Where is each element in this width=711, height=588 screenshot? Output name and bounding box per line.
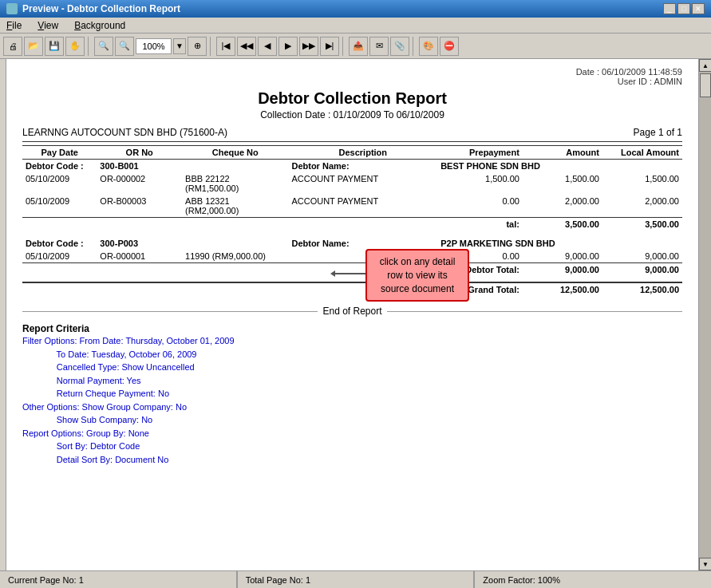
col-localamt: Local Amount bbox=[602, 146, 682, 160]
empty-grand bbox=[22, 282, 288, 296]
report-user: User ID : ADMIN bbox=[576, 77, 682, 86]
amount-1: 1,500.00 bbox=[523, 172, 602, 195]
menu-bar: File View Background bbox=[0, 18, 711, 34]
zoom-fit-button[interactable]: ⊕ bbox=[188, 37, 207, 56]
prev-button[interactable]: ◀ bbox=[258, 37, 277, 56]
total-label-1: tal: bbox=[437, 218, 523, 231]
chequeno-3: 11990 (RM9,000.00) bbox=[182, 250, 288, 263]
debtor-header-row-2: Debtor Code : 300-P003 Debtor Name: P2P … bbox=[22, 237, 682, 250]
prepay-2: 0.00 bbox=[437, 195, 523, 218]
debtor-name-value-2: P2P MARKETING SDN BHD bbox=[437, 237, 682, 250]
background-menu[interactable]: Background bbox=[71, 20, 128, 31]
zoom-factor-label: Zoom Factor: 100% bbox=[483, 575, 560, 585]
criteria-other: Other Options: Show Group Company: No Sh… bbox=[22, 401, 682, 427]
scroll-thumb[interactable] bbox=[700, 73, 711, 97]
debtor-code-label-1: Debtor Code : bbox=[22, 160, 97, 173]
chequeno-2: ABB 12321(RM2,000.00) bbox=[182, 195, 288, 218]
callout-tooltip: click on any detail row to view its sour… bbox=[365, 249, 469, 302]
status-bar: Current Page No: 1 Total Page No: 1 Zoom… bbox=[0, 570, 711, 588]
export-button[interactable]: 📤 bbox=[349, 37, 368, 56]
zoom-section: Zoom Factor: 100% bbox=[475, 571, 711, 588]
report-header-info: Date : 06/10/2009 11:48:59 User ID : ADM… bbox=[576, 67, 682, 86]
orno-3: OR-000001 bbox=[97, 250, 182, 263]
desc-2: ACCOUNT PAYMENT bbox=[288, 195, 437, 218]
grand-total-row: Grand Total: 12,500.00 12,500.00 bbox=[22, 282, 682, 296]
zoom-input[interactable] bbox=[136, 38, 172, 54]
prepay-1: 1,500.00 bbox=[437, 172, 523, 195]
view-menu[interactable]: View bbox=[34, 20, 61, 31]
total-localamt-1: 3,500.00 bbox=[602, 218, 682, 231]
table-row-3[interactable]: 05/10/2009 OR-000001 11990 (RM9,000.00) … bbox=[22, 250, 682, 263]
zoom-box: ▼ bbox=[136, 38, 186, 54]
file-menu[interactable]: File bbox=[3, 20, 25, 31]
palette-button[interactable]: 🎨 bbox=[419, 37, 438, 56]
attach-button[interactable]: 📎 bbox=[390, 37, 409, 56]
hand-button[interactable]: ✋ bbox=[65, 37, 85, 56]
stop-button[interactable]: ⛔ bbox=[440, 37, 459, 56]
empty-total-1 bbox=[22, 218, 437, 231]
col-amount: Amount bbox=[523, 146, 602, 160]
debtor-header-row-1: Debtor Code : 300-B001 Debtor Name: BEST… bbox=[22, 160, 682, 173]
spacer-row-2 bbox=[22, 276, 682, 282]
total-amount-1: 3,500.00 bbox=[523, 218, 602, 231]
report-subtitle: Collection Date : 01/10/2009 To 06/10/20… bbox=[22, 109, 682, 120]
grand-total-amount: 12,500.00 bbox=[523, 282, 602, 296]
table-row-1[interactable]: 05/10/2009 OR-000002 BBB 22122(RM1,500.0… bbox=[22, 172, 682, 195]
next-page-button[interactable]: ▶▶ bbox=[299, 37, 318, 56]
amount-2: 2,000.00 bbox=[523, 195, 602, 218]
minimize-button[interactable]: _ bbox=[663, 3, 676, 14]
localamt-1: 1,500.00 bbox=[602, 172, 682, 195]
first-page-button[interactable]: |◀ bbox=[216, 37, 235, 56]
col-orno: OR No bbox=[97, 146, 182, 160]
total-amount-2: 9,000.00 bbox=[523, 263, 602, 277]
grand-total-localamt: 12,500.00 bbox=[602, 282, 682, 296]
print-button[interactable]: 🖨 bbox=[3, 37, 22, 56]
total-page-section: Total Page No: 1 bbox=[238, 571, 476, 588]
email-button[interactable]: ✉ bbox=[369, 37, 389, 56]
maximize-button[interactable]: □ bbox=[677, 3, 690, 14]
callout-text: click on any detail row to view its sour… bbox=[380, 256, 456, 294]
close-button[interactable]: ✕ bbox=[692, 3, 705, 14]
zoom-in-button[interactable]: 🔍 bbox=[115, 37, 134, 56]
paydate-1: 05/10/2009 bbox=[22, 172, 97, 195]
scroll-down-button[interactable]: ▼ bbox=[699, 558, 711, 570]
zoom-dropdown[interactable]: ▼ bbox=[173, 38, 186, 54]
empty-2 bbox=[182, 237, 288, 250]
prev-page-button[interactable]: ◀◀ bbox=[237, 37, 256, 56]
scroll-up-button[interactable]: ▲ bbox=[699, 59, 711, 72]
debtor-name-label-1: Debtor Name: bbox=[288, 160, 437, 173]
total-localamt-2: 9,000.00 bbox=[602, 263, 682, 277]
col-prepay: Prepayment bbox=[437, 146, 523, 160]
company-name: LEARNNG AUTOCOUNT SDN BHD (751600-A) bbox=[22, 127, 227, 138]
callout-arrowhead bbox=[330, 270, 335, 277]
app-icon bbox=[6, 3, 18, 14]
spacer-row-1 bbox=[22, 231, 682, 237]
toolbar: 🖨 📂 💾 ✋ 🔍 🔍 ▼ ⊕ |◀ ◀◀ ◀ ▶ ▶▶ ▶| 📤 ✉ 📎 🎨 … bbox=[0, 34, 711, 59]
window-title: Preview - Debtor Collection Report bbox=[22, 3, 180, 14]
zoom-out-button[interactable]: 🔍 bbox=[94, 37, 113, 56]
report-date: Date : 06/10/2009 11:48:59 bbox=[576, 67, 682, 77]
next-button[interactable]: ▶ bbox=[278, 37, 298, 56]
save-button[interactable]: 💾 bbox=[45, 37, 64, 56]
last-page-button[interactable]: ▶| bbox=[320, 37, 339, 56]
criteria-report: Report Options: Group By: None Sort By: … bbox=[22, 427, 682, 467]
empty-total-2 bbox=[22, 263, 288, 277]
right-scrollbar: ▲ ▼ bbox=[698, 59, 711, 570]
col-paydate: Pay Date bbox=[22, 146, 97, 160]
scroll-track[interactable] bbox=[699, 72, 711, 558]
left-scroll bbox=[0, 59, 6, 570]
report-title: Debtor Collection Report bbox=[22, 89, 682, 108]
debtor-total-row-1: tal: 3,500.00 3,500.00 bbox=[22, 218, 682, 231]
table-row-2[interactable]: 05/10/2009 OR-B00003 ABB 12321(RM2,000.0… bbox=[22, 195, 682, 218]
open-button[interactable]: 📂 bbox=[24, 37, 43, 56]
paydate-2: 05/10/2009 bbox=[22, 195, 97, 218]
orno-1: OR-000002 bbox=[97, 172, 182, 195]
paydate-3: 05/10/2009 bbox=[22, 250, 97, 263]
total-page-label: Total Page No: 1 bbox=[246, 575, 310, 585]
debtor-code-label-2: Debtor Code : bbox=[22, 237, 97, 250]
col-desc: Description bbox=[288, 146, 437, 160]
orno-2: OR-B00003 bbox=[97, 195, 182, 218]
debtor-code-value-1: 300-B001 bbox=[97, 160, 182, 173]
main-area: Date : 06/10/2009 11:48:59 User ID : ADM… bbox=[0, 59, 711, 570]
title-bar: Preview - Debtor Collection Report _ □ ✕ bbox=[0, 0, 711, 18]
